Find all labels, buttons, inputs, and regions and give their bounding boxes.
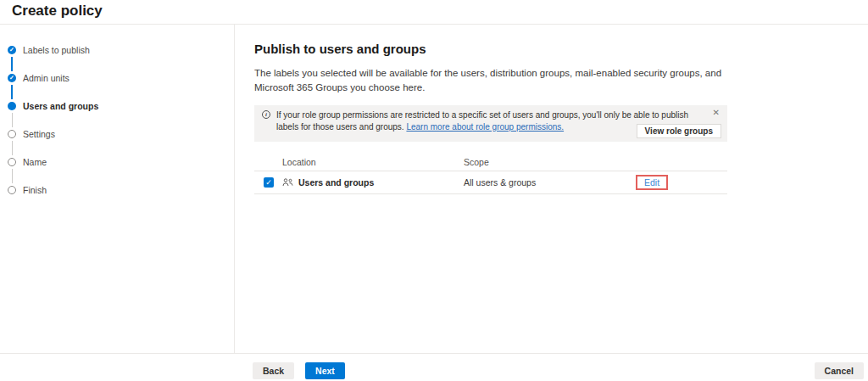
step-connector	[11, 85, 13, 99]
main-content: Publish to users and groups The labels y…	[254, 25, 727, 194]
step-current-icon	[8, 102, 16, 110]
section-heading: Publish to users and groups	[254, 42, 727, 56]
step-settings[interactable]: Settings	[8, 129, 55, 138]
step-label: Name	[23, 157, 47, 167]
edit-link[interactable]: Edit	[644, 177, 659, 188]
section-description: The labels you selected will be availabl…	[254, 66, 726, 94]
step-label: Settings	[23, 129, 55, 139]
table-row: ✓ Users and groups All users & groups Ed…	[254, 171, 727, 194]
page-title: Create policy	[12, 3, 103, 20]
view-role-groups-button[interactable]: View role groups	[637, 124, 721, 138]
step-connector	[11, 57, 13, 71]
step-upcoming-icon	[8, 186, 16, 194]
footer-navigation: Back Next	[253, 362, 345, 379]
step-upcoming-icon	[8, 130, 16, 138]
step-name[interactable]: Name	[8, 157, 47, 166]
close-icon[interactable]: ✕	[713, 109, 720, 117]
step-label: Labels to publish	[23, 45, 90, 55]
step-upcoming-icon	[8, 158, 16, 166]
step-labels-to-publish[interactable]: ✓ Labels to publish	[8, 45, 90, 54]
people-icon	[282, 178, 293, 187]
back-button[interactable]: Back	[253, 362, 294, 379]
step-finish[interactable]: Finish	[8, 185, 47, 194]
wizard-steps-sidebar: ✓ Labels to publish ✓ Admin units Users …	[0, 25, 235, 353]
location-name: Users and groups	[298, 177, 374, 188]
info-icon: i	[262, 110, 270, 119]
location-cell: Users and groups	[282, 177, 464, 188]
create-policy-page: Create policy ✓ Labels to publish ✓ Admi…	[0, 0, 868, 381]
table-header-row: Location Scope	[254, 154, 727, 171]
cancel-button[interactable]: Cancel	[815, 362, 864, 379]
column-header-location: Location	[282, 157, 464, 167]
step-admin-units[interactable]: ✓ Admin units	[8, 73, 70, 82]
step-connector	[12, 113, 13, 127]
row-checkbox[interactable]: ✓	[264, 177, 274, 188]
step-connector	[12, 141, 13, 155]
step-label: Finish	[23, 185, 47, 195]
learn-more-link[interactable]: Learn more about role group permissions.	[406, 122, 564, 132]
step-users-and-groups[interactable]: Users and groups	[8, 101, 98, 110]
annotation-highlight-box: Edit	[636, 175, 668, 190]
step-label: Admin units	[23, 73, 70, 83]
footer-divider	[0, 353, 868, 354]
banner-message: If your role group permissions are restr…	[276, 109, 698, 132]
locations-table: Location Scope ✓ Users and groups	[254, 154, 727, 194]
next-button[interactable]: Next	[305, 362, 345, 379]
step-connector	[12, 169, 13, 183]
column-header-scope: Scope	[464, 157, 636, 167]
scope-cell: All users & groups	[464, 177, 636, 188]
step-label: Users and groups	[23, 101, 98, 111]
info-banner: i If your role group permissions are res…	[254, 105, 727, 142]
footer-cancel: Cancel	[815, 362, 864, 379]
step-completed-icon: ✓	[8, 74, 16, 82]
step-completed-icon: ✓	[8, 46, 16, 54]
